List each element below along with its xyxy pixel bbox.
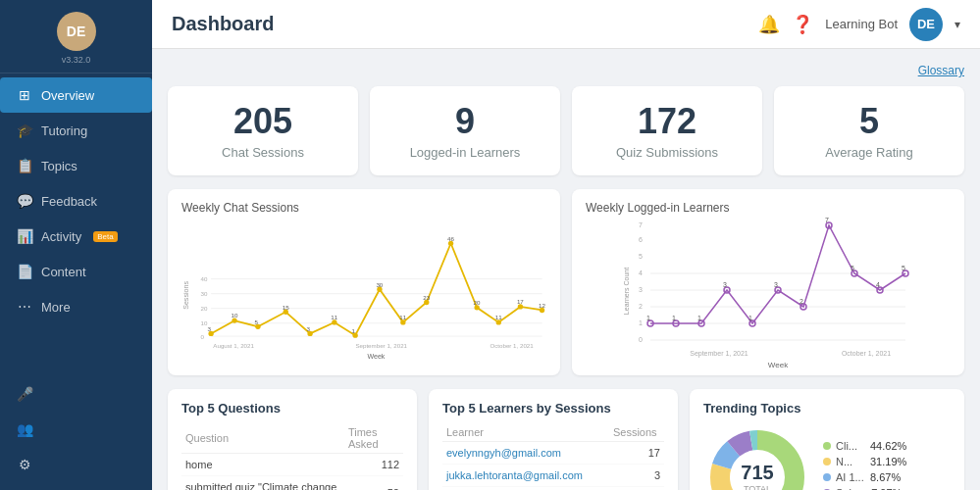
legend-item: N... 31.19%	[823, 456, 906, 467]
weekly-learners-svg: Learners Count 0 1 2 3 4 5 6 7	[586, 222, 951, 360]
learner-col-header: Learner	[442, 423, 609, 442]
avatar-initials: DE	[67, 24, 85, 39]
svg-text:3: 3	[774, 281, 778, 288]
sidebar-item-overview[interactable]: ⊞ Overview	[0, 77, 152, 113]
legend-pct: 31.19%	[870, 456, 906, 467]
mic-icon: 🎤	[16, 386, 33, 402]
legend-label: N...	[836, 456, 865, 467]
weekly-learners-title: Weekly Logged-in Learners	[586, 201, 951, 215]
learners-number: 9	[386, 102, 544, 141]
sidebar-item-label: More	[41, 300, 71, 315]
svg-text:1: 1	[672, 315, 676, 321]
user-avatar-button[interactable]: DE	[909, 8, 943, 41]
more-icon: ⋯	[16, 299, 33, 315]
svg-text:October 1, 2021: October 1, 2021	[842, 350, 891, 357]
table-row: home112	[181, 453, 403, 475]
svg-text:10: 10	[231, 312, 237, 318]
sessions-cell: 3	[609, 464, 664, 486]
charts-row: Weekly Chat Sessions Sessions 0 10 20 30…	[168, 189, 964, 375]
sessions-col-header: Sessions	[609, 423, 664, 442]
weekly-chat-title: Weekly Chat Sessions	[181, 201, 546, 215]
weekly-chat-svg: Sessions 0 10 20 30 40	[181, 222, 546, 360]
svg-text:30: 30	[376, 280, 383, 287]
sidebar-item-feedback[interactable]: 💬 Feedback	[0, 183, 152, 219]
learners-label: Logged-in Learners	[386, 145, 544, 160]
legend-dot	[823, 442, 831, 450]
svg-text:5: 5	[639, 253, 643, 260]
svg-text:1: 1	[639, 319, 643, 326]
sidebar-item-label: Overview	[41, 88, 94, 103]
sidebar-item-more[interactable]: ⋯ More	[0, 289, 152, 324]
top-questions-table: Question Times Asked home112submitted qu…	[181, 423, 403, 490]
svg-text:1: 1	[697, 315, 701, 321]
header-right: 🔔 ❓ Learning Bot DE ▾	[758, 8, 960, 41]
sidebar-avatar: DE	[57, 12, 96, 51]
trending-title: Trending Topics	[703, 401, 951, 416]
sessions-cell: 2	[609, 486, 664, 490]
chat-sessions-number: 205	[183, 102, 342, 141]
top-questions-card: Top 5 Questions Question Times Asked hom…	[168, 389, 417, 490]
legend-pct: 7.97%	[871, 487, 902, 490]
donut-total-label: TOTAL	[741, 483, 773, 490]
svg-text:5: 5	[851, 265, 854, 271]
users-icon: 👥	[16, 421, 33, 437]
svg-text:3: 3	[307, 324, 311, 331]
overview-icon: ⊞	[16, 87, 33, 103]
glossary-link[interactable]: Glossary	[918, 64, 964, 77]
stat-card-learners: 9 Logged-in Learners	[370, 86, 560, 175]
sidebar-item-label: Feedback	[41, 194, 97, 209]
help-icon[interactable]: ❓	[792, 14, 813, 35]
learners-line	[650, 225, 905, 323]
donut-chart: 715 TOTAL	[703, 423, 811, 490]
sidebar-item-mic[interactable]: 🎤	[0, 376, 152, 412]
user-initials: DE	[917, 17, 935, 31]
svg-text:40: 40	[200, 275, 207, 282]
sidebar-nav: ⊞ Overview 🎓 Tutoring 📋 Topics 💬 Feedbac…	[0, 74, 152, 368]
main-content: Dashboard 🔔 ❓ Learning Bot DE ▾ Glossary…	[152, 0, 980, 490]
table-row: submitted quiz "Climate change (Post-tes…	[181, 475, 403, 490]
bell-icon[interactable]: 🔔	[758, 14, 780, 35]
x-axis-label: Week	[367, 353, 385, 361]
sidebar: DE v3.32.0 ⊞ Overview 🎓 Tutoring 📋 Topic…	[0, 0, 152, 490]
stat-card-quiz: 172 Quiz Submissions	[572, 86, 762, 175]
bottom-row: Top 5 Questions Question Times Asked hom…	[168, 389, 964, 490]
question-cell: submitted quiz "Climate change (Post-tes…	[181, 475, 344, 490]
svg-text:23: 23	[423, 293, 430, 300]
header: Dashboard 🔔 ❓ Learning Bot DE ▾	[152, 0, 980, 49]
svg-text:0: 0	[639, 336, 643, 343]
top-questions-title: Top 5 Questions	[181, 401, 403, 416]
sidebar-item-users[interactable]: 👥	[0, 412, 152, 447]
top-learners-title: Top 5 Learners by Sessions	[442, 401, 664, 416]
sidebar-item-settings[interactable]: ⚙	[0, 447, 152, 482]
learner-email-cell[interactable]: evelynngyh@gmail.com	[442, 441, 609, 464]
sidebar-item-label: Tutoring	[41, 123, 87, 138]
donut-total-number: 715	[741, 461, 773, 483]
top-learners-card: Top 5 Learners by Sessions Learner Sessi…	[429, 389, 678, 490]
svg-text:1: 1	[748, 315, 752, 321]
content-area: Glossary 205 Chat Sessions 9 Logged-in L…	[152, 49, 980, 490]
svg-text:11: 11	[495, 314, 502, 320]
learner-email-cell[interactable]: jukka.lehtoranta@gmail.com	[442, 464, 609, 486]
svg-text:3: 3	[208, 324, 212, 331]
chevron-down-icon[interactable]: ▾	[954, 18, 960, 31]
sidebar-item-tutoring[interactable]: 🎓 Tutoring	[0, 113, 152, 148]
learner-email-cell[interactable]: salla@kokoa.io	[442, 486, 609, 490]
svg-text:August 1, 2021: August 1, 2021	[213, 342, 254, 349]
svg-text:3: 3	[639, 286, 643, 293]
legend-item: Sale... 7.97%	[823, 487, 906, 490]
svg-text:1: 1	[352, 326, 356, 333]
sidebar-item-topics[interactable]: 📋 Topics	[0, 148, 152, 183]
sessions-cell: 17	[609, 441, 664, 464]
stat-card-chat-sessions: 205 Chat Sessions	[168, 86, 358, 175]
content-icon: 📄	[16, 264, 33, 279]
weekly-chat-area: Sessions 0 10 20 30 40	[181, 222, 546, 364]
sidebar-item-content[interactable]: 📄 Content	[0, 254, 152, 289]
sidebar-version: v3.32.0	[62, 55, 91, 65]
svg-text:0: 0	[200, 332, 204, 339]
stat-card-rating: 5 Average Rating	[774, 86, 964, 175]
sidebar-item-label: Topics	[41, 159, 77, 173]
page-title: Dashboard	[172, 13, 274, 35]
sidebar-item-activity[interactable]: 📊 Activity Beta	[0, 219, 152, 254]
times-cell: 52	[344, 475, 403, 490]
svg-text:5: 5	[902, 265, 905, 271]
